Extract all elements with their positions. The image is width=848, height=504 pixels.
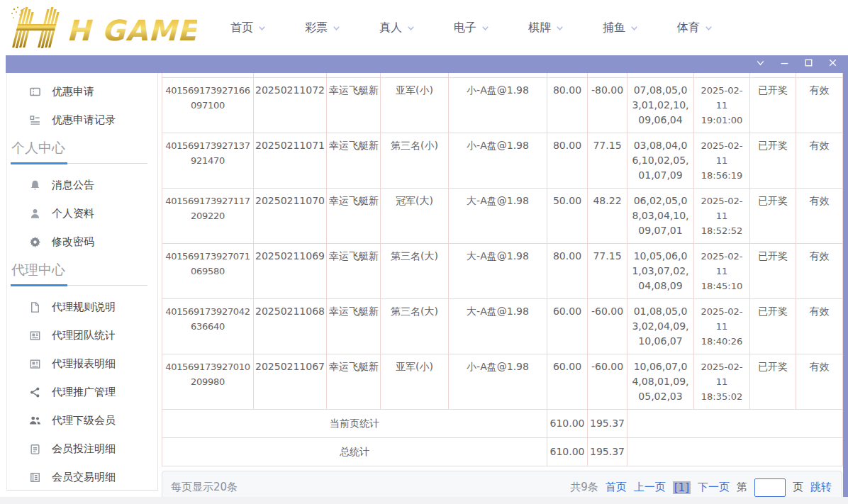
summary-win-loss: 195.37 <box>588 437 627 466</box>
cell-win-loss: 77.15 <box>588 243 627 298</box>
cell-draw-numbers: 10,05,06,01,03,07,02,04,08,09 <box>627 243 694 298</box>
cell-settle-time: 2025-02-11 19:01:00 <box>694 77 750 133</box>
sidebar-section-agent-center: 代理中心 <box>11 260 157 279</box>
chevron-down-icon <box>630 23 639 33</box>
cell-game-name: 幸运飞艇新 <box>327 354 381 409</box>
cell-win-loss: -60.00 <box>588 354 627 409</box>
summary-empty <box>627 409 843 437</box>
prev-page-link[interactable]: 上一页 <box>634 481 666 494</box>
cell-amount: 80.00 <box>547 77 588 133</box>
cell-period: 20250211068 <box>254 298 327 354</box>
sidebar-item-agent-downline-members[interactable]: 代理下级会员 <box>7 406 157 435</box>
summary-row-current-page: 当前页统计 610.00 195.37 <box>162 409 843 437</box>
sidebar-item-change-password[interactable]: 修改密码 <box>7 228 157 256</box>
cell-order-number: 401569173927010 209980 <box>162 354 254 409</box>
nav-item-lottery[interactable]: 彩票 <box>305 21 341 35</box>
summary-empty <box>627 437 843 466</box>
window-maximize-button[interactable] <box>801 57 815 72</box>
nav-label: 首页 <box>230 21 253 35</box>
cell-bet-position: 冠军(大) <box>381 188 449 243</box>
summary-amount: 610.00 <box>547 409 588 437</box>
window-close-button[interactable] <box>825 57 839 72</box>
cell-game-name: 幸运飞艇新 <box>327 188 381 243</box>
svg-text:H GAME: H GAME <box>67 14 197 47</box>
cell-draw-numbers: 03,08,04,06,10,02,05,01,07,09 <box>627 133 694 188</box>
cell-win-loss: -80.00 <box>588 77 627 133</box>
cell-amount: 50.00 <box>547 188 588 243</box>
window-titlebar <box>6 55 848 73</box>
chevron-down-icon <box>406 23 415 33</box>
nav-item-live[interactable]: 真人 <box>379 21 415 35</box>
scrollbar[interactable] <box>843 73 848 504</box>
sidebar-item-label: 修改密码 <box>52 235 94 249</box>
jump-suffix-label: 页 <box>793 481 803 494</box>
share-icon <box>29 386 41 398</box>
cell-settle-time: 2025-02-11 18:52:52 <box>694 188 750 243</box>
window-minimize-button[interactable] <box>777 57 791 72</box>
sidebar-item-member-bet-details[interactable]: 会员投注明细 <box>7 435 157 463</box>
total-count-label: 共9条 <box>570 481 598 494</box>
cell-bet-position: 第三名(大) <box>381 243 449 298</box>
document-icon <box>29 301 41 313</box>
cell-period: 20250211072 <box>254 77 327 133</box>
sidebar-item-announcements[interactable]: 消息公告 <box>7 171 157 199</box>
nav-item-home[interactable]: 首页 <box>230 21 267 35</box>
sidebar-item-agent-promotion[interactable]: 代理推广管理 <box>7 378 157 406</box>
sidebar-item-agent-team-stats[interactable]: 代理团队统计 <box>7 321 157 349</box>
cell-order-number: 401569173927042 636640 <box>162 298 254 354</box>
cell-order-number: 401569173927137 921470 <box>162 133 254 188</box>
table-row: 401569173927071 069580 20250211069 幸运飞艇新… <box>162 243 843 298</box>
sidebar-item-agent-reports[interactable]: 代理报表明细 <box>7 349 157 378</box>
sidebar-item-label: 消息公告 <box>52 179 94 192</box>
cell-status: 已开奖 <box>750 77 796 133</box>
cell-status: 已开奖 <box>750 133 796 188</box>
section-divider <box>11 163 147 164</box>
nav-label: 棋牌 <box>528 21 551 35</box>
cell-amount: 60.00 <box>547 354 588 409</box>
nav-item-sports[interactable]: 体育 <box>677 21 713 35</box>
transaction-icon <box>29 471 41 483</box>
coupon-icon <box>29 86 41 98</box>
cell-game-name: 幸运飞艇新 <box>327 133 381 188</box>
sidebar-item-member-transaction-details[interactable]: 会员交易明细 <box>7 463 157 491</box>
cell-game-name: 幸运飞艇新 <box>327 77 381 133</box>
nav-item-cards[interactable]: 棋牌 <box>528 21 564 35</box>
nav-label: 真人 <box>379 21 402 35</box>
record-list-icon <box>29 114 41 126</box>
nav-item-fishing[interactable]: 捕鱼 <box>603 21 639 35</box>
page-jump-input[interactable] <box>754 478 786 497</box>
current-page-indicator[interactable]: [1] <box>673 481 691 494</box>
sidebar-section-personal-center: 个人中心 <box>11 138 157 157</box>
cell-status: 已开奖 <box>750 243 796 298</box>
jump-prefix-label: 第 <box>737 481 747 494</box>
sidebar-item-promo-apply[interactable]: 优惠申请 <box>7 77 157 106</box>
maximize-icon <box>803 57 814 71</box>
window-dropdown-button[interactable] <box>753 57 767 72</box>
sidebar-item-label: 代理规则说明 <box>52 301 116 314</box>
jump-button[interactable]: 跳转 <box>810 481 832 494</box>
cell-period: 20250211071 <box>254 133 327 188</box>
team-icon <box>29 415 41 427</box>
cell-amount: 80.00 <box>547 133 588 188</box>
cell-bet-position: 第三名(小) <box>381 133 449 188</box>
cell-draw-numbers: 07,08,05,03,01,02,10,09,06,04 <box>627 77 694 133</box>
sidebar-item-promo-records[interactable]: 优惠申请记录 <box>7 106 157 134</box>
bet-list-icon <box>29 443 41 455</box>
main-content: 401569173927166 097100 20250211072 幸运飞艇新… <box>162 73 842 504</box>
stats-icon <box>29 330 41 342</box>
cell-order-number: 401569173927117 209220 <box>162 188 254 243</box>
sidebar-item-profile[interactable]: 个人资料 <box>7 199 157 228</box>
cell-bet-content: 小-A盘@1.98 <box>449 133 547 188</box>
cell-win-loss: -60.00 <box>588 298 627 354</box>
nav-item-slots[interactable]: 电子 <box>454 21 490 35</box>
first-page-link[interactable]: 首页 <box>606 481 627 494</box>
next-page-link[interactable]: 下一页 <box>698 481 730 494</box>
table-row: 401569173927042 636640 20250211068 幸运飞艇新… <box>162 298 843 354</box>
chevron-down-icon <box>755 57 766 71</box>
cell-bet-position: 第三名(大) <box>381 298 449 354</box>
cell-status: 已开奖 <box>750 298 796 354</box>
chevron-down-icon <box>257 23 267 33</box>
cell-win-loss: 77.15 <box>588 133 627 188</box>
cell-bet-position: 亚军(小) <box>381 354 449 409</box>
sidebar-item-agent-rules[interactable]: 代理规则说明 <box>7 293 157 321</box>
